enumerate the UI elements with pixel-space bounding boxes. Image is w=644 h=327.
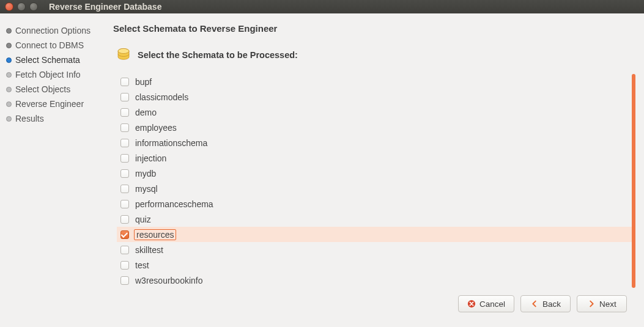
schema-checkbox[interactable] [120,261,129,270]
schema-checkbox[interactable] [120,276,129,285]
wizard-step: Select Objects [6,82,101,97]
step-dot-icon [6,28,12,34]
schema-label: classicmodels [134,92,190,102]
schema-label: employees [134,123,178,133]
chevron-left-icon [530,299,539,308]
schema-checkbox[interactable] [120,93,129,101]
schema-row[interactable]: injection [117,150,632,166]
schema-checkbox[interactable] [120,139,129,147]
page-title: Select Schemata to Reverse Engineer [113,23,635,34]
step-label: Select Objects [15,84,70,94]
schema-label: injection [134,153,168,163]
schema-checkbox[interactable] [120,200,129,208]
schemata-list: bupfclassicmodelsdemoemployeesinformatio… [117,74,637,288]
step-dot-icon [6,101,12,107]
back-label: Back [542,299,561,309]
schema-checkbox[interactable] [120,154,129,163]
next-button[interactable]: Next [577,295,627,312]
database-icon [116,47,131,63]
schema-row[interactable]: performanceschema [117,196,632,211]
schema-row[interactable]: demo [117,105,632,120]
cancel-label: Cancel [479,299,505,309]
maximize-icon[interactable] [29,2,38,11]
wizard-step: Connect to DBMS [6,38,101,53]
step-label: Connection Options [15,26,91,35]
step-dot-icon [6,72,12,78]
schema-checkbox[interactable] [120,185,129,193]
schema-label: resources [134,229,176,240]
schema-label: performanceschema [134,199,215,209]
scrollbar[interactable] [632,74,635,288]
step-dot-icon [6,57,12,63]
step-label: Connect to DBMS [15,40,84,50]
schema-row[interactable]: classicmodels [117,89,632,105]
schema-row[interactable]: mydb [117,166,632,181]
minimize-icon[interactable] [17,2,26,11]
step-label: Select Schemata [15,55,80,65]
titlebar: Reverse Engineer Database [0,0,644,13]
schema-row[interactable]: informationschema [117,135,632,150]
schema-row[interactable]: test [117,257,632,273]
schema-label: mysql [134,184,159,194]
step-dot-icon [6,43,12,48]
step-dot-icon [6,87,12,92]
wizard-step: Reverse Engineer [6,97,101,111]
schema-label: quiz [134,215,152,224]
schema-checkbox[interactable] [120,246,129,254]
step-label: Fetch Object Info [15,70,81,79]
schema-label: bupf [134,77,153,87]
cancel-icon [467,299,476,308]
schema-checkbox[interactable] [120,78,129,86]
schema-row[interactable]: bupf [117,74,632,89]
schema-checkbox[interactable] [120,123,129,132]
schema-label: test [134,260,150,270]
schema-label: informationschema [134,138,209,148]
schema-label: mydb [134,169,157,178]
cancel-button[interactable]: Cancel [458,295,514,312]
schema-label: demo [134,108,158,117]
schema-checkbox[interactable] [120,215,129,224]
dialog-buttons: Cancel Back Next [113,288,635,321]
wizard-step: Fetch Object Info [6,67,101,82]
schema-label: w3resourbookinfo [134,276,204,285]
close-icon[interactable] [5,2,13,11]
step-label: Reverse Engineer [15,99,84,109]
schema-label: skilltest [134,245,165,255]
wizard-steps: Connection OptionsConnect to DBMSSelect … [0,13,107,327]
next-label: Next [599,299,616,309]
svg-point-1 [118,48,129,53]
window-title: Reverse Engineer Database [49,2,161,12]
step-label: Results [15,114,44,123]
schema-checkbox[interactable] [120,108,129,117]
chevron-right-icon [587,299,596,308]
schema-checkbox[interactable] [120,169,129,178]
wizard-step: Select Schemata [6,53,101,67]
schema-row[interactable]: w3resourbookinfo [117,273,632,288]
schema-row[interactable]: employees [117,120,632,135]
schema-row[interactable]: skilltest [117,242,632,257]
schema-row[interactable]: quiz [117,211,632,227]
step-dot-icon [6,116,12,122]
schema-row[interactable]: mysql [117,181,632,196]
wizard-step: Results [6,111,101,126]
schema-row[interactable]: resources [117,227,632,242]
section-subheading: Select the Schemata to be Processed: [138,50,298,60]
schema-checkbox[interactable] [120,230,129,239]
wizard-step: Connection Options [6,23,101,38]
back-button[interactable]: Back [520,295,571,312]
